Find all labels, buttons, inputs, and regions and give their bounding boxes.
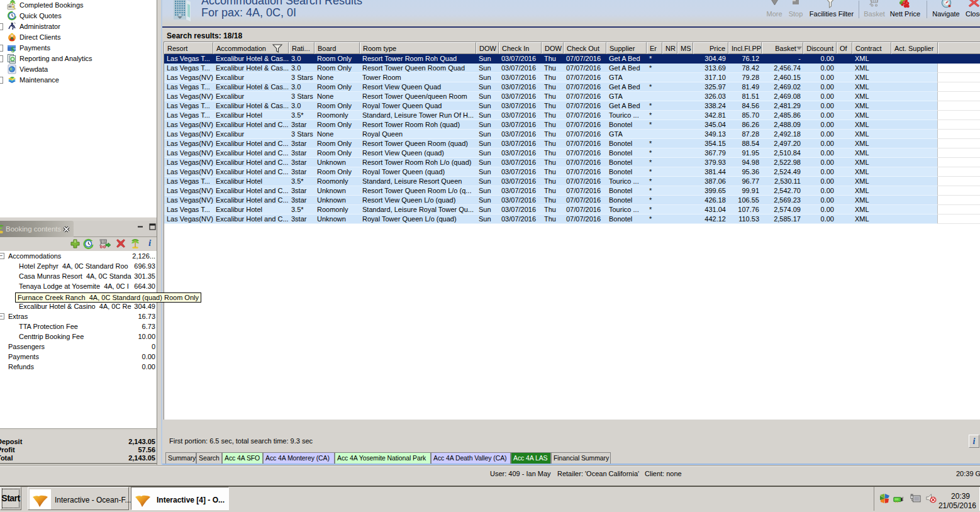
- svg-text:$: $: [11, 45, 15, 53]
